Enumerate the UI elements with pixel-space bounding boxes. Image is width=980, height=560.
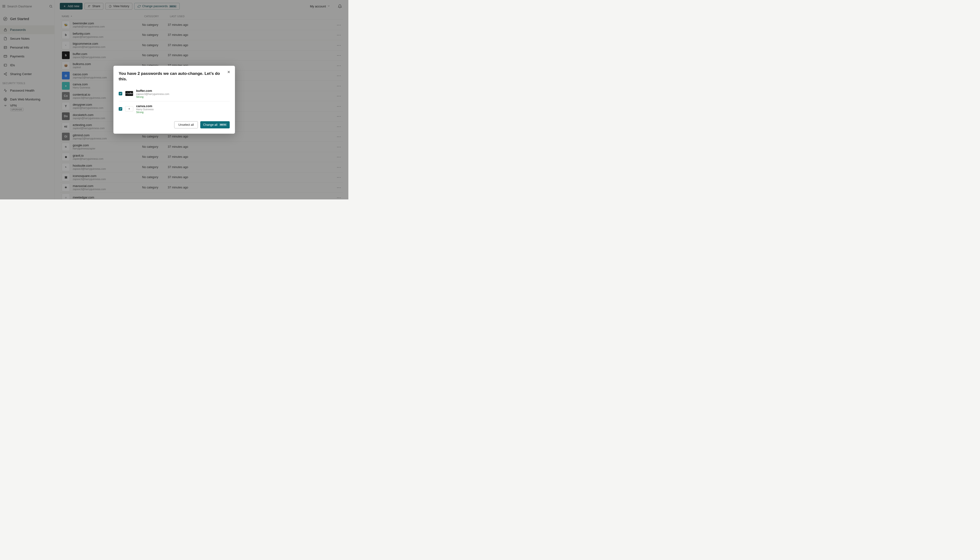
modal-actions: Unselect all Change all BETA: [119, 121, 230, 128]
beta-badge: BETA: [219, 123, 227, 126]
checkbox[interactable]: [119, 107, 122, 111]
close-icon[interactable]: [226, 69, 232, 75]
modal-item: ● canva.com Harry Guinness Strong: [119, 102, 230, 117]
modal-item-text: buffer.com zapsoc3@harryguinness.com Str…: [136, 89, 169, 98]
modal-overlay[interactable]: You have 2 passwords we can auto-change.…: [0, 0, 348, 199]
unselect-all-button[interactable]: Unselect all: [174, 121, 198, 128]
modal-item-text: canva.com Harry Guinness Strong: [136, 104, 154, 113]
modal-item-strength: Strong: [136, 111, 154, 113]
modal-item: ≡ buffer buffer.com zapsoc3@harryguinnes…: [119, 86, 230, 102]
modal-item-name: canva.com: [136, 104, 154, 108]
modal-rows: ≡ buffer buffer.com zapsoc3@harryguinnes…: [119, 86, 230, 117]
autochange-modal: You have 2 passwords we can auto-change.…: [114, 66, 235, 133]
change-all-button[interactable]: Change all BETA: [200, 121, 230, 128]
modal-title: You have 2 passwords we can auto-change.…: [119, 71, 230, 82]
favicon: ≡ buffer: [125, 91, 133, 96]
checkbox[interactable]: [119, 92, 122, 95]
favicon: ●: [125, 106, 133, 112]
modal-item-sub: zapsoc3@harryguinness.com: [136, 93, 169, 95]
modal-item-strength: Strong: [136, 95, 169, 98]
modal-item-sub: Harry Guinness: [136, 108, 154, 111]
modal-item-name: buffer.com: [136, 89, 169, 93]
